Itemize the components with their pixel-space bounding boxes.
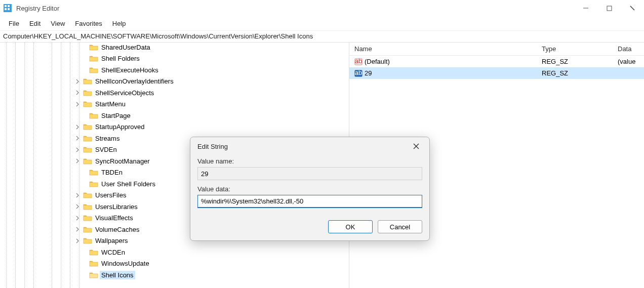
window-controls [574, 0, 644, 16]
value-data-label: Value data: [197, 185, 422, 193]
menu-help[interactable]: Help [108, 18, 131, 29]
svg-rect-6 [607, 6, 612, 11]
maximize-button[interactable] [597, 0, 621, 16]
content-area: SharedUserDataShell FoldersShellExecuteH… [0, 43, 644, 288]
cancel-button[interactable]: Cancel [378, 220, 422, 233]
svg-rect-3 [5, 8, 7, 10]
dialog-close-button[interactable] [408, 139, 424, 153]
dialog-title: Edit String [197, 143, 228, 150]
menu-file[interactable]: File [4, 18, 24, 29]
regedit-icon [3, 4, 12, 13]
value-name-label: Value name: [197, 157, 422, 165]
menu-view[interactable]: View [46, 18, 69, 29]
svg-line-8 [630, 6, 634, 10]
menu-favorites[interactable]: Favorites [70, 18, 106, 29]
menu-edit[interactable]: Edit [25, 18, 45, 29]
app-title: Registry Editor [16, 5, 59, 12]
svg-rect-4 [8, 8, 10, 10]
dialog-overlay: Edit String Value name: Value data: OK C… [0, 43, 644, 288]
menu-bar: File Edit View Favorites Help [0, 16, 644, 30]
ok-button[interactable]: OK [328, 220, 373, 233]
svg-rect-2 [8, 5, 10, 7]
title-bar: Registry Editor [0, 0, 644, 16]
dialog-titlebar[interactable]: Edit String [190, 137, 429, 155]
svg-rect-1 [5, 5, 7, 7]
value-name-field[interactable] [197, 167, 422, 180]
minimize-button[interactable] [574, 0, 597, 16]
value-data-field[interactable] [197, 195, 422, 208]
address-bar[interactable]: Computer\HKEY_LOCAL_MACHINE\SOFTWARE\Mic… [0, 30, 644, 43]
close-button[interactable] [621, 0, 644, 16]
edit-string-dialog: Edit String Value name: Value data: OK C… [190, 137, 430, 241]
